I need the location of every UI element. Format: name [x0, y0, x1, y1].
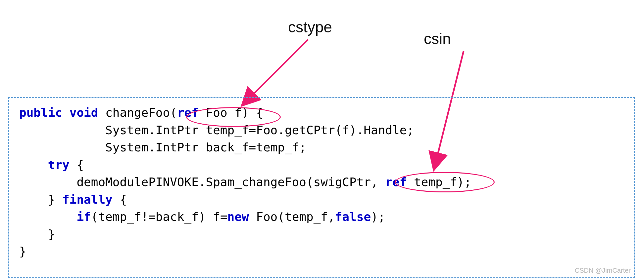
code-line: System.IntPtr temp_f=Foo.getCPtr(f).Hand… — [19, 123, 414, 137]
code-text — [19, 158, 48, 172]
code-line: } — [19, 227, 55, 241]
kw-if: if — [76, 210, 91, 223]
code-text — [19, 210, 76, 223]
code-text: ); — [371, 210, 385, 223]
kw-finally: finally — [62, 193, 113, 206]
watermark: CSDN @JimCarter — [575, 267, 631, 274]
code-text: { — [113, 193, 127, 206]
kw-new: new — [227, 210, 249, 223]
kw-void: void — [70, 106, 98, 119]
code-text: demoModulePINVOKE.Spam_changeFoo(swigCPt… — [19, 175, 385, 189]
code-text: Foo(temp_f, — [249, 210, 335, 223]
kw-false: false — [335, 210, 371, 223]
code-text: } — [19, 193, 62, 206]
kw-ref: ref — [385, 175, 407, 189]
code-text: { — [70, 158, 84, 172]
annotation-label-csin: csin — [424, 30, 451, 48]
code-content: public void changeFoo(ref Foo f) { Syste… — [19, 104, 624, 260]
svg-line-0 — [242, 40, 308, 106]
code-text: (temp_f!=back_f) f= — [91, 210, 227, 223]
code-text: Foo f) { — [199, 106, 263, 119]
kw-try: try — [48, 158, 70, 172]
diagram-canvas: cstype csin public void changeFoo(ref Fo… — [0, 0, 644, 279]
code-text: changeFoo( — [98, 106, 177, 119]
kw-public: public — [19, 106, 62, 119]
kw-ref: ref — [177, 106, 199, 119]
code-text: temp_f); — [407, 175, 471, 189]
code-line: System.IntPtr back_f=temp_f; — [19, 140, 306, 154]
annotation-label-cstype: cstype — [288, 18, 332, 36]
code-block: public void changeFoo(ref Foo f) { Syste… — [8, 97, 635, 278]
code-line: } — [19, 245, 26, 258]
